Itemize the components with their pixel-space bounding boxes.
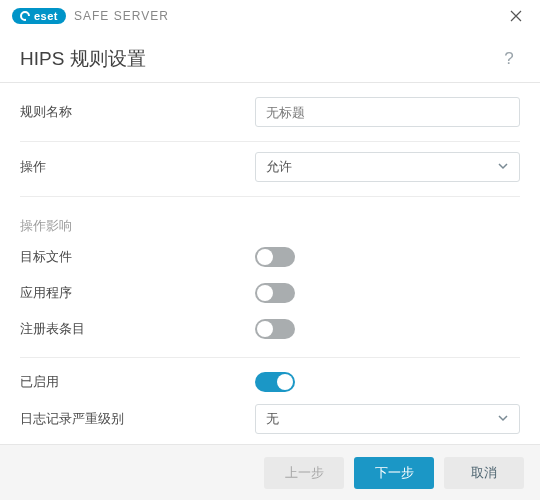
divider: [20, 141, 520, 142]
divider: [20, 357, 520, 358]
select-log-severity[interactable]: 无: [255, 404, 520, 434]
toggle-applications[interactable]: [255, 283, 295, 303]
dialog-header: HIPS 规则设置 ?: [0, 32, 540, 83]
dialog-footer: 上一步 下一步 取消: [0, 444, 540, 500]
help-button[interactable]: ?: [498, 48, 520, 70]
row-action: 操作 允许: [20, 148, 520, 186]
label-action: 操作: [20, 158, 255, 176]
dialog-title: HIPS 规则设置: [20, 46, 146, 72]
input-rule-name[interactable]: [255, 97, 520, 127]
label-target-files: 目标文件: [20, 248, 255, 266]
label-log-severity: 日志记录严重级别: [20, 410, 255, 428]
brand-badge: eset: [12, 8, 66, 24]
section-effect: 操作影响: [20, 203, 520, 239]
chevron-down-icon: [497, 412, 509, 427]
close-icon: [510, 10, 522, 22]
titlebar: eset SAFE SERVER: [0, 0, 540, 32]
row-log-severity: 日志记录严重级别 无: [20, 400, 520, 438]
help-icon: ?: [504, 49, 513, 69]
toggle-target-files[interactable]: [255, 247, 295, 267]
brand-logo-icon: [20, 11, 30, 21]
select-log-severity-value: 无: [266, 410, 279, 428]
close-button[interactable]: [502, 2, 530, 30]
back-button[interactable]: 上一步: [264, 457, 344, 489]
row-enabled: 已启用: [20, 364, 520, 400]
cancel-button[interactable]: 取消: [444, 457, 524, 489]
brand-badge-text: eset: [34, 10, 58, 22]
row-applications: 应用程序: [20, 275, 520, 311]
chevron-down-icon: [497, 160, 509, 175]
row-registry-entries: 注册表条目: [20, 311, 520, 347]
row-rule-name: 规则名称: [20, 93, 520, 131]
toggle-enabled[interactable]: [255, 372, 295, 392]
label-registry-entries: 注册表条目: [20, 320, 255, 338]
select-action[interactable]: 允许: [255, 152, 520, 182]
divider: [20, 196, 520, 197]
toggle-registry-entries[interactable]: [255, 319, 295, 339]
select-action-value: 允许: [266, 158, 292, 176]
label-rule-name: 规则名称: [20, 103, 255, 121]
label-enabled: 已启用: [20, 373, 255, 391]
brand-product: SAFE SERVER: [74, 9, 169, 23]
label-applications: 应用程序: [20, 284, 255, 302]
next-button[interactable]: 下一步: [354, 457, 434, 489]
dialog-body: 规则名称 操作 允许 操作影响 目标文件 应用程序 注册表条目: [0, 83, 540, 474]
row-target-files: 目标文件: [20, 239, 520, 275]
